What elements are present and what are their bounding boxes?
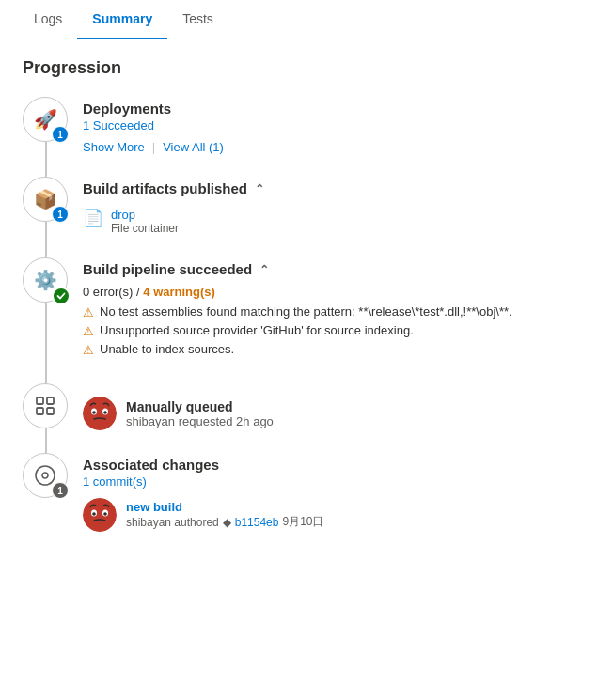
associated-changes-icon: 1: [23, 453, 68, 498]
artifact-name[interactable]: drop: [111, 208, 179, 222]
associated-changes-item: 1 Associated changes 1 commit(s): [23, 453, 574, 532]
manually-queued-item: Manually queued shibayan requested 2h ag…: [23, 383, 574, 430]
build-artifacts-title: Build artifacts published ⌃: [83, 180, 574, 196]
queued-user-row: Manually queued shibayan requested 2h ag…: [83, 397, 574, 430]
svg-point-8: [103, 411, 107, 414]
svg-rect-1: [47, 397, 54, 404]
svg-rect-3: [47, 408, 54, 414]
deployments-title: Deployments: [83, 101, 574, 117]
svg-point-9: [36, 466, 55, 485]
warning-item-3: ⚠ Unable to index sources.: [83, 342, 574, 357]
commit-meta: shibayan authored ◆ b1154eb 9月10日: [126, 514, 324, 530]
commit-details: new build shibayan authored ◆ b1154eb 9月…: [126, 500, 324, 530]
branch-icon: ◆: [223, 516, 231, 529]
deployments-subtitle: 1 Succeeded: [83, 118, 574, 132]
build-artifacts-badge: 1: [52, 206, 69, 223]
page-title: Progression: [23, 58, 574, 78]
build-pipeline-item: ⚙️ Build pipeline succeeded ⌃ 0 error(s)…: [23, 257, 574, 361]
artifact-box: 📄 drop File container: [83, 208, 574, 235]
changes-subtitle: 1 commit(s): [83, 474, 574, 489]
pipeline-gear-icon: ⚙️: [34, 269, 57, 291]
artifact-type: File container: [111, 222, 179, 235]
status-line: 0 error(s) / 4 warning(s): [83, 285, 574, 299]
user-avatar-queued: [83, 397, 117, 430]
changes-badge: 1: [52, 482, 69, 499]
svg-point-7: [92, 411, 96, 414]
changes-body: Associated changes 1 commit(s): [83, 453, 574, 532]
build-pipeline-title: Build pipeline succeeded ⌃: [83, 261, 574, 277]
deployments-body: Deployments 1 Succeeded Show More | View…: [83, 97, 574, 154]
commit-hash[interactable]: b1154eb: [235, 516, 279, 529]
commit-author: shibayan authored: [126, 516, 219, 529]
svg-point-10: [42, 473, 48, 478]
changes-icon: [35, 465, 55, 486]
svg-point-14: [92, 512, 96, 516]
success-overlay: [52, 287, 71, 305]
svg-rect-0: [37, 397, 43, 404]
commit-message[interactable]: new build: [126, 500, 324, 514]
warning-text-2: Unsupported source provider 'GitHub' for…: [100, 323, 414, 337]
deployments-badge: 1: [52, 126, 69, 143]
build-artifacts-item: 📦 1 Build artifacts published ⌃ 📄 drop F…: [23, 177, 574, 235]
queue-detail: shibayan requested 2h ago: [126, 414, 274, 428]
user-avatar-commit: [83, 498, 117, 532]
svg-point-11: [83, 498, 117, 532]
warning-count: 4 warning(s): [143, 285, 215, 299]
svg-rect-2: [37, 408, 43, 414]
warning-item-1: ⚠ No test assemblies found matching the …: [83, 304, 574, 319]
timeline: 🚀 1 Deployments 1 Succeeded Show More | …: [23, 97, 574, 532]
deployments-links: Show More | View All (1): [83, 140, 574, 154]
warning-text-3: Unable to index sources.: [100, 342, 234, 356]
svg-point-4: [83, 397, 117, 430]
tab-logs[interactable]: Logs: [19, 0, 77, 39]
tab-tests[interactable]: Tests: [167, 0, 228, 39]
manually-queued-icon: [23, 383, 68, 428]
queue-info: Manually queued shibayan requested 2h ag…: [126, 399, 274, 428]
tabs-nav: Logs Summary Tests: [0, 0, 597, 39]
deployments-icon: 🚀 1: [23, 97, 68, 142]
error-count: 0 error(s): [83, 285, 133, 299]
artifact-file-icon: 📄: [83, 208, 103, 228]
build-pipeline-icon: ⚙️: [23, 257, 68, 303]
svg-point-15: [103, 512, 107, 516]
build-pipeline-body: Build pipeline succeeded ⌃ 0 error(s) / …: [83, 257, 574, 361]
warning-item-2: ⚠ Unsupported source provider 'GitHub' f…: [83, 323, 574, 338]
view-all-link[interactable]: View All (1): [163, 140, 224, 154]
warnings-section: 0 error(s) / 4 warning(s) ⚠ No test asse…: [83, 285, 574, 357]
changes-title: Associated changes: [83, 457, 574, 473]
warning-text-1: No test assemblies found matching the pa…: [100, 304, 512, 319]
link-separator: |: [152, 140, 155, 154]
build-artifacts-icon: 📦 1: [23, 177, 68, 222]
warning-icon-1: ⚠: [83, 305, 94, 319]
chevron-up-icon: ⌃: [255, 182, 264, 195]
commit-row: new build shibayan authored ◆ b1154eb 9月…: [83, 498, 574, 532]
main-content: Progression 🚀 1 Deployments 1 Succeeded …: [0, 39, 597, 573]
deployments-item: 🚀 1 Deployments 1 Succeeded Show More | …: [23, 97, 574, 154]
queue-title: Manually queued: [126, 399, 274, 414]
tab-summary[interactable]: Summary: [77, 0, 167, 39]
warning-icon-3: ⚠: [83, 343, 94, 357]
warning-icon-2: ⚠: [83, 324, 94, 338]
commit-date: 9月10日: [282, 514, 323, 530]
show-more-link[interactable]: Show More: [83, 140, 145, 154]
queue-grid-icon: [34, 395, 56, 417]
pipeline-chevron-icon: ⌃: [259, 263, 269, 276]
build-artifacts-body: Build artifacts published ⌃ 📄 drop File …: [83, 177, 574, 235]
